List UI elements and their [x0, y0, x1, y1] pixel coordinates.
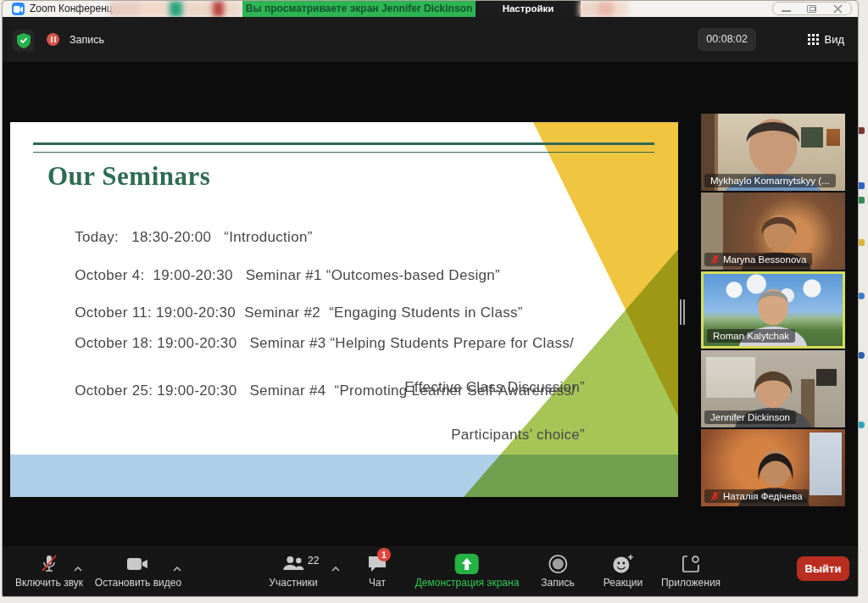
participants-options-chevron[interactable] — [331, 560, 340, 575]
recording-indicator[interactable]: Запись — [47, 33, 104, 46]
shared-screen-area: Our Seminars Today: 18:30-20:00 “Introdu… — [3, 62, 858, 548]
apps-icon — [681, 553, 701, 575]
presentation-slide: Our Seminars Today: 18:30-20:00 “Introdu… — [10, 122, 678, 497]
minimize-icon[interactable] — [782, 5, 791, 12]
slide-title: Our Seminars — [47, 161, 210, 192]
chat-badge: 1 — [377, 548, 391, 561]
desktop-icon — [858, 293, 865, 299]
mic-muted-icon — [710, 491, 720, 501]
desktop-icon — [858, 127, 865, 134]
meeting-info-shield-button[interactable] — [13, 30, 35, 52]
shield-check-icon — [17, 33, 31, 48]
meeting-header-bar: Запись 00:08:02 Вид — [3, 17, 858, 62]
chat-button[interactable]: 1 Чат — [367, 553, 387, 589]
participant-name: Jennifer Dickinson — [710, 412, 790, 422]
participants-button[interactable]: 22 Участники — [269, 553, 317, 589]
viewing-screen-banner: Вы просматриваете экран Jennifer Dickins… — [242, 1, 476, 17]
video-thumbnail[interactable]: Наталія Федічева — [701, 429, 845, 506]
participant-name-tag: Maryna Bessonova — [704, 253, 812, 266]
chat-icon: 1 — [367, 553, 387, 575]
view-settings-dropdown[interactable]: Настройки просмотра — [476, 1, 581, 17]
video-thumbnail[interactable]: Roman Kalytchak — [701, 271, 845, 349]
grid-view-icon — [808, 34, 819, 45]
desktop-icon — [858, 352, 865, 359]
smiley-plus-icon — [612, 553, 634, 575]
background-window-blur — [109, 1, 242, 17]
zoom-app-icon — [12, 3, 25, 15]
participant-name: Maryna Bessonova — [723, 254, 806, 265]
video-thumbnail[interactable]: Mykhaylo Komarnytskyy (... — [701, 114, 845, 191]
reactions-label: Реакции — [604, 577, 643, 589]
desktop-background-edge — [0, 597, 868, 603]
slide-rule-thin — [33, 152, 654, 153]
record-label: Запись — [541, 577, 574, 589]
mic-muted-icon — [40, 553, 58, 575]
participant-name: Mykhaylo Komarnytskyy (... — [710, 176, 830, 186]
zoom-meeting-window: Zoom Конференция Вы просматриваете экран… — [2, 0, 859, 597]
recording-icon — [47, 33, 59, 46]
seminar-row-text: October 18: 19:00-20:30 Seminar #3 “Help… — [75, 335, 574, 351]
apps-label: Приложения — [661, 577, 721, 589]
camera-icon — [127, 553, 149, 575]
desktop-icon — [858, 422, 865, 428]
participants-icon: 22 — [282, 553, 304, 575]
record-icon — [548, 553, 568, 575]
desktop-icon — [858, 197, 865, 204]
participant-name-tag: Наталія Федічева — [704, 489, 809, 503]
view-label: Вид — [824, 33, 844, 46]
audio-options-chevron[interactable] — [74, 560, 82, 575]
participant-name: Наталія Федічева — [723, 491, 803, 501]
desktop-icon — [858, 182, 865, 189]
reactions-button[interactable]: Реакции — [604, 553, 643, 589]
window-controls — [772, 2, 852, 15]
share-screen-button[interactable]: Демонстрация экрана — [415, 553, 520, 589]
video-thumbnail[interactable]: Jennifer Dickinson — [701, 350, 845, 427]
slide-rule-thick — [33, 142, 654, 145]
close-icon[interactable] — [833, 5, 843, 13]
share-screen-label: Демонстрация экрана — [415, 577, 520, 589]
share-screen-icon — [455, 554, 479, 574]
meeting-toolbar: Включить звук Остановить видео 22 Участн… — [3, 546, 858, 596]
stop-video-button[interactable]: Остановить видео — [95, 553, 181, 589]
video-options-chevron[interactable] — [173, 560, 181, 575]
seminar-row-continuation: Participants’ choice” — [41, 424, 646, 446]
stop-video-label: Остановить видео — [95, 577, 181, 589]
view-layout-button[interactable]: Вид — [808, 28, 844, 51]
chat-label: Чат — [369, 577, 386, 589]
record-button[interactable]: Запись — [541, 553, 574, 589]
participants-label: Участники — [269, 577, 317, 589]
participants-count: 22 — [308, 555, 319, 567]
video-thumbnail[interactable]: Maryna Bessonova — [701, 193, 845, 270]
recording-label: Запись — [70, 34, 104, 46]
unmute-label: Включить звук — [15, 577, 83, 589]
seminar-row-text: October 25: 19:00-20:30 Seminar #4 “Prom… — [75, 382, 576, 399]
unmute-button[interactable]: Включить звук — [15, 553, 83, 589]
restore-icon[interactable] — [807, 5, 816, 13]
leave-meeting-button[interactable]: Выйти — [797, 556, 849, 581]
participant-name: Roman Kalytchak — [713, 331, 789, 341]
desktop-icon — [858, 239, 865, 246]
participant-name-tag: Mykhaylo Komarnytskyy (... — [704, 174, 836, 187]
apps-button[interactable]: Приложения — [661, 553, 721, 589]
participant-name-tag: Roman Kalytchak — [707, 329, 795, 343]
participants-video-sidebar: Mykhaylo Komarnytskyy (... Maryna Besson… — [701, 114, 845, 508]
sidebar-resize-handle[interactable] — [679, 299, 687, 325]
mic-muted-icon — [710, 254, 720, 265]
meeting-timer: 00:08:02 — [698, 28, 756, 51]
seminar-row: October 25: 19:00-20:30 Seminar #4 “Prom… — [41, 358, 646, 490]
window-title-bar: Zoom Конференция Вы просматриваете экран… — [3, 1, 858, 17]
background-window-blur — [579, 1, 628, 17]
participant-name-tag: Jennifer Dickinson — [704, 410, 796, 424]
